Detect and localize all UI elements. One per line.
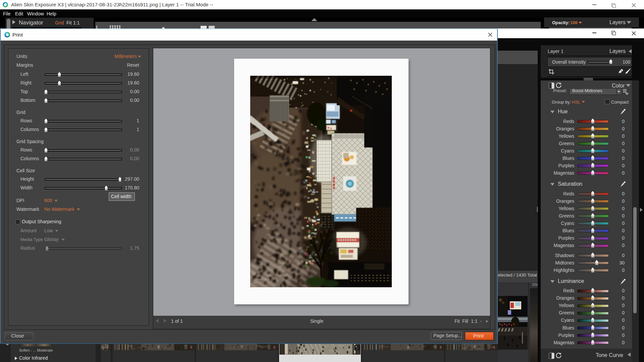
svg-text:—— ʺniʻo: —— ʺniʻo [256,277,270,281]
